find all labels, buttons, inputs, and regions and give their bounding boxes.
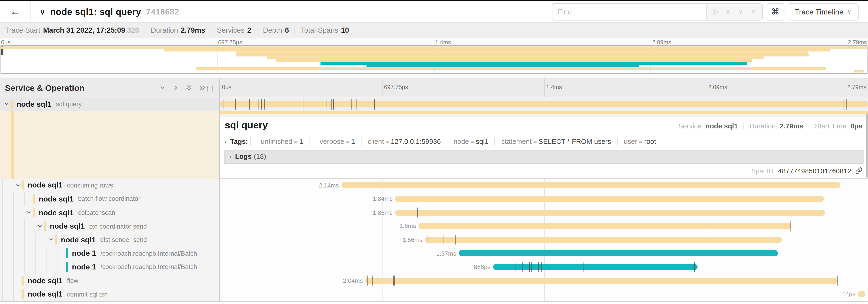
span-color-chip [22,276,24,285]
span-log-marker [443,235,443,245]
span-bar[interactable] [459,250,778,257]
trace-meta-item: Duration2.79ms [151,26,205,34]
span-log-marker [331,99,332,109]
span-operation-name: txn coordinator send [89,223,147,229]
span-tree-row[interactable]: node sql1consuming rows [0,179,219,192]
copy-link-icon[interactable] [855,167,862,174]
span-bar-row[interactable]: 1.85ms [220,206,868,219]
tree-indent-guide [35,233,36,246]
minimap-span-band [276,59,752,62]
tree-indent-guide [13,233,14,246]
span-bar[interactable] [342,182,840,189]
span-tree-row[interactable]: node 1/cockroach.roachpb.Internal/Batch [0,260,219,274]
span-bar-row[interactable] [220,97,868,111]
trace-meta-label: Trace Start [5,26,40,34]
prev-match-icon[interactable]: ∧ [721,8,734,15]
span-service-name: node sql1 [28,276,62,285]
span-bar-row[interactable]: 1.84ms [220,192,868,206]
collapse-all-icon[interactable] [185,84,193,91]
span-duration-label: 2.04ms [343,274,363,288]
span-duration-label: 1.84ms [373,192,393,206]
span-tree-row[interactable]: node sql1txn coordinator send [0,219,219,233]
span-log-marker [367,275,367,286]
span-bar[interactable] [493,264,698,270]
span-bar[interactable] [419,223,791,229]
collapse-trace-icon[interactable]: ∨ [40,7,45,16]
span-bar-row[interactable]: 14μs [220,288,868,301]
trace-view-dropdown[interactable]: Trace Timeline ∨ [788,3,859,20]
span-color-chip [66,262,68,272]
span-expand-chevron-icon[interactable] [24,210,33,215]
span-color-chip [33,194,35,204]
span-expand-chevron-icon[interactable] [35,224,44,229]
logs-label: Logs [235,153,252,160]
span-bar-row[interactable]: 2.04ms [220,274,868,288]
span-expand-chevron-icon[interactable] [2,101,10,107]
span-bar-row[interactable]: 886μs [220,260,868,274]
spanid-value: 4877749850101760812 [778,167,851,175]
expand-one-icon[interactable] [172,84,179,91]
minimap-span-band [164,49,830,52]
span-service-name: node sql1 [17,100,52,108]
find-input[interactable] [552,3,706,20]
span-expand-chevron-icon[interactable] [13,182,22,188]
span-bar-row[interactable]: 2.14ms [220,179,868,192]
back-button[interactable]: ← [0,1,31,22]
trace-meta-value: 2 [247,26,251,34]
tags-toggle-row[interactable]: ›Tags:_unfinished=1_verbose=1client=127.… [224,137,864,146]
span-expand-chevron-icon[interactable] [46,237,55,243]
span-bar[interactable] [425,237,782,243]
span-log-marker [541,262,542,272]
span-tree-row[interactable]: node sql1dist sender send [0,233,219,246]
span-bar[interactable] [396,209,825,215]
minimap-tick-label: 1.4ms [435,39,451,45]
span-bar[interactable] [396,196,824,202]
service-operation-title: Service & Operation [5,83,84,92]
span-bar[interactable] [858,291,865,297]
span-log-marker [235,99,236,109]
span-operation-name: sql query [56,101,82,107]
span-log-marker [333,99,334,109]
span-color-chip [55,235,57,244]
timeline-minimap: 0μs697.75μs1.4ms2.09ms2.79ms [0,38,868,78]
meta-separator: | [210,26,212,34]
span-bar-row[interactable]: 1.56ms [220,233,868,246]
span-log-marker [261,99,261,109]
span-service-name: node 1 [72,249,96,258]
trace-meta-label: Depth [263,26,282,34]
span-bar[interactable] [366,278,837,284]
scrollbar-thumb[interactable] [866,114,868,178]
clear-find-icon[interactable]: ✕ [747,8,760,15]
span-log-marker [691,262,691,272]
span-tree-row[interactable]: node 1/cockroach.roachpb.Internal/Batch [0,246,219,260]
keyboard-shortcuts-button[interactable]: ⌘ [766,3,784,20]
span-tree-row[interactable]: node sql1batch flow coordinator [0,192,219,206]
span-tree-row[interactable]: node sql1commit sql txn [0,288,219,301]
span-log-marker [303,99,303,109]
span-tree-row[interactable]: node sql1flow [0,274,219,288]
span-detail-left-fill [0,111,219,178]
span-tree-row[interactable]: node sql1colbatchscan [0,206,219,219]
span-bar-row[interactable]: 1.37ms [220,246,868,260]
span-bar[interactable] [220,101,868,107]
tree-indent-guide [2,246,3,260]
tag-equals: = [533,138,537,145]
tree-indent-guide [2,206,3,219]
span-tree-row[interactable]: node sql1sql query [0,97,219,111]
span-log-marker [694,262,695,272]
logs-toggle-row[interactable]: ›Logs(18) [224,150,864,163]
trace-meta-value: 10 [341,26,349,34]
tree-indent-guide [2,192,3,206]
tag-equals: = [471,138,474,145]
locate-icon[interactable]: ◎ [709,8,722,15]
minimap-canvas[interactable] [0,45,867,73]
meta-separator: | [256,26,258,34]
span-color-chip [44,221,46,231]
span-log-marker [846,99,847,109]
collapse-one-icon[interactable] [159,84,166,91]
span-bar-row[interactable]: 1.6ms [220,219,868,233]
panel-resize-grip[interactable]: ❙❙ [205,85,215,91]
span-service-name: node 1 [72,263,96,271]
spanid-row: SpanID:4877749850101760812 [220,167,862,175]
next-match-icon[interactable]: ∨ [734,8,747,15]
